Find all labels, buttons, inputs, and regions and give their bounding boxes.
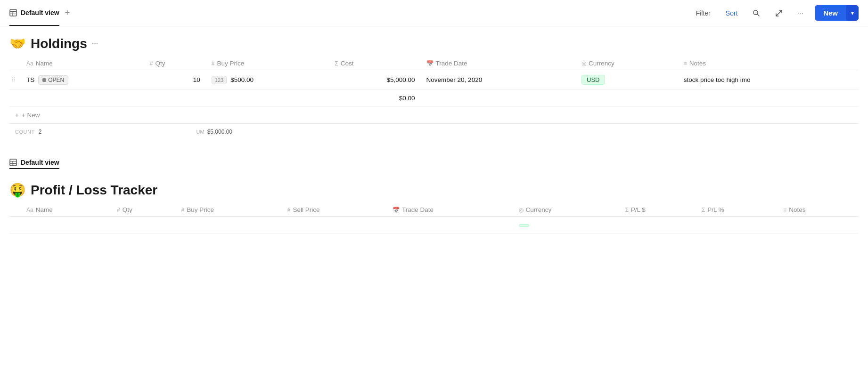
default-view-tab-label: Default view [21,9,59,16]
add-view-button[interactable]: + [63,6,72,20]
svg-line-6 [776,10,782,16]
status-dot-icon [42,78,46,82]
pl-name-col-label: Name [36,206,53,213]
pl-col-header-name[interactable]: Aa Name [21,203,111,217]
holdings-emoji: 🤝 [9,36,26,51]
table-row: $0.00 [9,90,859,107]
notes-col-label: Notes [689,60,706,67]
resize-icon [775,9,783,17]
top-bar: Default view + Filter Sort ··· New ▾ [0,0,868,26]
empty-row-buy-price[interactable] [206,90,329,107]
pl-buy-price-col-label: Buy Price [187,206,214,213]
resize-button[interactable] [771,8,786,19]
row-notes-cell[interactable]: stock price too high imo [678,70,859,90]
pl-notes-col-icon: ≡ [783,207,786,213]
pl-currency-col-icon: ◎ [519,207,524,213]
col-header-trade-date[interactable]: 📅 Trade Date [421,57,576,70]
row-notes-value: stock price too high imo [684,76,751,83]
new-record-button[interactable]: New [815,5,846,21]
row-trade-date-cell[interactable]: November 20, 2020 [421,70,576,90]
row-buy-price-cell[interactable]: 123 $500.00 [206,70,329,90]
default-view-tab[interactable]: Default view [9,0,59,26]
new-record-caret-button[interactable]: ▾ [846,5,859,21]
row-cost-cell[interactable]: $5,000.00 [329,70,420,90]
holdings-more-button[interactable]: ··· [92,40,98,48]
pl-qty-col-label: Qty [123,206,132,213]
search-button[interactable] [749,8,764,19]
empty-row-trade-date[interactable] [421,90,576,107]
status-badge[interactable]: OPEN [38,75,68,85]
col-header-cost[interactable]: Σ Cost [329,57,420,70]
pl-row-qty[interactable] [111,217,176,234]
pl-row-sell-price[interactable] [282,217,387,234]
pl-row-pl-pct[interactable] [696,217,778,234]
pl-notes-col-label: Notes [789,206,805,213]
filter-button[interactable]: Filter [692,8,714,19]
empty-row-cost-value: $0.00 [399,95,415,102]
table-row: ⠿ TS OPEN 10 [9,70,859,90]
col-header-currency[interactable]: ◎ Currency [576,57,678,70]
empty-row-qty[interactable] [144,90,206,107]
count-label: COUNT [15,129,35,135]
pl-sell-price-col-icon: # [287,207,291,213]
holdings-title-text: Holdings [31,36,87,51]
add-icon: + [15,112,19,119]
pl-col-header-notes[interactable]: ≡ Notes [778,203,859,217]
pl-buy-price-col-icon: # [181,207,185,213]
pl-row-notes[interactable] [778,217,859,234]
main-content: 🤝 Holdings ··· Aa Name # [0,26,868,243]
pl-pct-col-icon: Σ [702,207,705,213]
add-new-row-button[interactable]: + + New [9,107,859,123]
pl-col-header-trade-date[interactable]: 📅 Trade Date [387,203,513,217]
row-buy-price-value: $500.00 [230,76,254,83]
qty-col-label: Qty [155,60,165,67]
count-row: COUNT 2 UM $5,000.00 [9,123,859,140]
table-row [9,217,859,234]
pl-col-header-qty[interactable]: # Qty [111,203,176,217]
row-qty-cell[interactable]: 10 [144,70,206,90]
pl-col-header-currency[interactable]: ◎ Currency [513,203,620,217]
pl-row-pl-dollar[interactable] [619,217,696,234]
trade-date-col-icon: 📅 [426,60,434,67]
more-options-button[interactable]: ··· [794,8,807,19]
col-header-buy-price[interactable]: # Buy Price [206,57,329,70]
pl-col-header-sell-price[interactable]: # Sell Price [282,203,387,217]
col-header-qty[interactable]: # Qty [144,57,206,70]
pl-tracker-table-header: Aa Name # Qty # Buy Price [9,203,859,217]
empty-row-notes[interactable] [678,90,859,107]
pl-row-buy-price[interactable] [176,217,282,234]
buy-price-col-label: Buy Price [217,60,245,67]
second-view-tab[interactable]: Default view [9,151,59,169]
holdings-table-header: Aa Name # Qty # Buy Price [9,57,859,70]
pl-name-col-icon: Aa [26,207,33,213]
pl-row-name[interactable] [21,217,111,234]
pl-col-header-pl-dollar[interactable]: Σ P/L $ [619,203,696,217]
empty-row-currency[interactable] [576,90,678,107]
pl-currency-col-label: Currency [526,206,552,213]
search-icon [753,9,760,17]
name-col-icon: Aa [26,60,33,67]
row-qty-value: 10 [193,76,200,83]
sum-value: $5,000.00 [207,129,232,135]
pl-col-header-buy-price[interactable]: # Buy Price [176,203,282,217]
sort-button[interactable]: Sort [722,8,742,19]
price-tag-icon: 123 [212,76,227,84]
count-value: 2 [39,129,42,135]
col-header-notes[interactable]: ≡ Notes [678,57,859,70]
table-icon-2 [9,159,17,166]
pl-col-header-pl-pct[interactable]: Σ P/L % [696,203,778,217]
sum-group: UM $5,000.00 [197,129,233,135]
row-currency-cell[interactable]: USD [576,70,678,90]
pl-row-currency[interactable] [513,217,620,234]
pl-trade-date-col-label: Trade Date [402,206,434,213]
currency-col-label: Currency [589,60,614,67]
col-header-name[interactable]: Aa Name [21,57,144,70]
row-name-cell[interactable]: TS OPEN [21,70,144,90]
row-drag-handle[interactable]: ⠿ [11,77,17,83]
status-label: OPEN [48,77,64,83]
empty-row-name[interactable] [21,90,144,107]
pl-row-trade-date[interactable] [387,217,513,234]
toolbar-right: Filter Sort ··· New ▾ [692,5,859,21]
svg-line-5 [757,14,759,16]
empty-row-cost[interactable]: $0.00 [329,90,420,107]
